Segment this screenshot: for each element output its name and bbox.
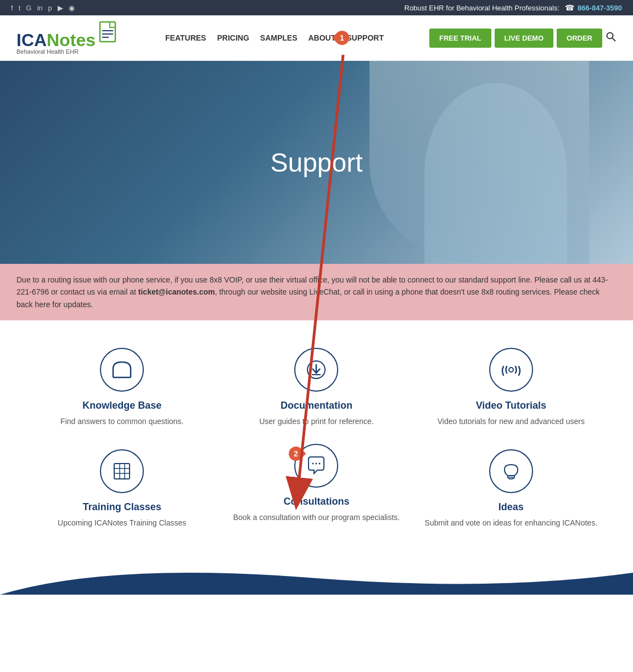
logo-subtitle: Behavioral Health EHR — [16, 48, 120, 55]
logo-notes: Notes — [47, 30, 96, 50]
training-classes-desc: Upcoming ICANotes Training Classes — [58, 517, 186, 529]
social-icons-group: f t G in p ▶ ◉ — [11, 4, 75, 12]
svg-point-18 — [319, 463, 321, 465]
consultations-desc: Book a consultation with our program spe… — [233, 512, 400, 523]
training-classes-title: Training Classes — [83, 501, 161, 513]
chat-icon — [306, 456, 326, 476]
service-video-tutorials[interactable]: Video Tutorials Video tutorials for new … — [422, 348, 600, 427]
ideas-title: Ideas — [498, 501, 524, 513]
video-tutorials-title: Video Tutorials — [476, 400, 546, 411]
logo-document-icon — [98, 21, 120, 46]
order-button[interactable]: ORDER — [557, 29, 602, 48]
phone-info: Robust EHR for Behavioral Health Profess… — [405, 3, 623, 12]
badge-2-label: 2 — [294, 449, 299, 458]
svg-point-17 — [316, 463, 317, 465]
header: ICA Notes Behavioral Health EHR FEATURES… — [0, 15, 633, 61]
table-icon — [112, 461, 132, 481]
twitter-icon[interactable]: t — [19, 4, 21, 12]
svg-point-16 — [312, 463, 314, 465]
alert-banner: Due to a routing issue with our phone se… — [0, 264, 633, 320]
svg-rect-11 — [114, 464, 130, 479]
hero-title: Support — [270, 148, 362, 178]
service-knowledge-base[interactable]: Knowledge Base Find answers to common qu… — [33, 348, 211, 427]
youtube-icon[interactable]: ▶ — [58, 4, 63, 12]
services-section: Knowledge Base Find answers to common qu… — [0, 320, 633, 562]
documentation-desc: User guides to print for reference. — [259, 416, 374, 427]
svg-point-4 — [607, 32, 613, 38]
service-training-classes[interactable]: Training Classes Upcoming ICANotes Train… — [33, 449, 211, 529]
search-button[interactable] — [606, 31, 617, 45]
top-bar: f t G in p ▶ ◉ Robust EHR for Behavioral… — [0, 0, 633, 15]
video-tutorials-icon — [489, 348, 533, 392]
svg-point-10 — [509, 368, 513, 372]
facebook-icon[interactable]: f — [11, 4, 13, 12]
main-nav: FEATURES PRICING SAMPLES ABOUT SUPPORT — [165, 33, 384, 42]
google-icon[interactable]: G — [26, 4, 31, 12]
hero-person-bg — [424, 83, 567, 264]
documentation-title: Documentation — [281, 400, 352, 411]
badge-1: 1 — [332, 28, 352, 48]
nav-features[interactable]: FEATURES — [165, 33, 206, 42]
logo-ica: ICA — [16, 30, 47, 50]
phone-label: Robust EHR for Behavioral Health Profess… — [405, 4, 560, 12]
nav-samples[interactable]: SAMPLES — [260, 33, 298, 42]
service-consultations[interactable]: 2 Consultations Book a consultation with… — [227, 449, 405, 529]
instagram-icon[interactable]: ◉ — [69, 4, 75, 12]
alert-email[interactable]: ticket@icanotes.com — [138, 287, 215, 296]
bulb-icon — [501, 461, 521, 481]
footer-wave-svg — [0, 562, 633, 595]
ideas-desc: Submit and vote on ideas for enhancing I… — [425, 517, 597, 529]
video-tutorials-desc: Video tutorials for new and advanced use… — [438, 416, 585, 427]
logo[interactable]: ICA Notes Behavioral Health EHR — [16, 21, 120, 55]
free-trial-button[interactable]: FREE TRIAL — [429, 29, 491, 48]
badge-2-shape: 2 — [286, 444, 306, 464]
download-icon — [306, 360, 326, 380]
arch-icon — [111, 360, 133, 380]
linkedin-icon[interactable]: in — [37, 4, 42, 12]
pinterest-icon[interactable]: p — [48, 4, 52, 12]
video-icon — [500, 360, 522, 380]
training-classes-icon — [100, 449, 144, 493]
live-demo-button[interactable]: LIVE DEMO — [495, 29, 554, 48]
documentation-icon — [294, 348, 338, 392]
svg-rect-0 — [100, 22, 115, 42]
phone-icon: ☎ — [565, 3, 574, 12]
nav-buttons: FREE TRIAL LIVE DEMO ORDER — [429, 29, 617, 48]
knowledge-base-title: Knowledge Base — [82, 400, 161, 411]
knowledge-base-desc: Find answers to common questions. — [60, 416, 183, 427]
svg-line-5 — [612, 38, 615, 41]
knowledge-base-icon — [100, 348, 144, 392]
phone-number[interactable]: 866-847-3590 — [578, 4, 622, 12]
nav-pricing[interactable]: PRICING — [217, 33, 249, 42]
service-ideas[interactable]: Ideas Submit and vote on ideas for enhan… — [422, 449, 600, 529]
service-documentation[interactable]: Documentation User guides to print for r… — [227, 348, 405, 427]
services-grid: Knowledge Base Find answers to common qu… — [33, 348, 600, 529]
search-icon — [606, 31, 617, 42]
consultations-title: Consultations — [283, 496, 349, 507]
badge-1-label: 1 — [340, 33, 344, 42]
ideas-icon — [489, 449, 533, 493]
hero-section: Support — [0, 61, 633, 264]
footer-wave-container — [0, 562, 633, 595]
nav-support[interactable]: SUPPORT — [346, 33, 384, 42]
